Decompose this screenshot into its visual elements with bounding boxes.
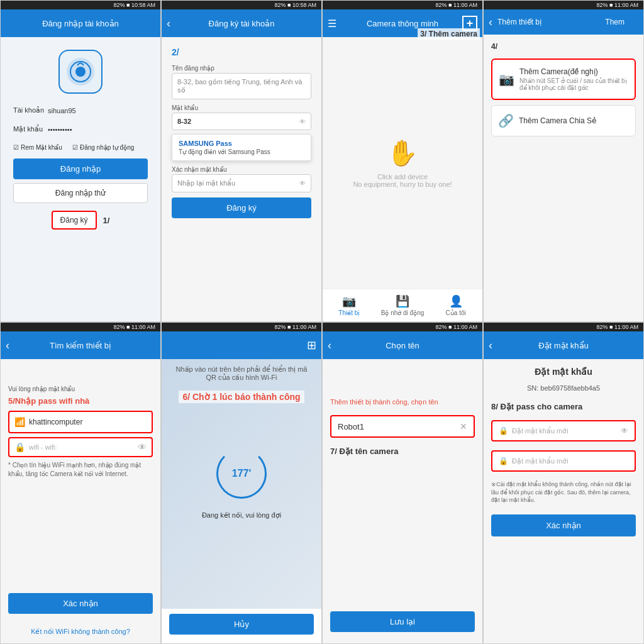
username-input[interactable]: 8-32, bao gồm tiếng Trung, tiếng Anh và … — [172, 73, 311, 99]
register-button[interactable]: Đăng ký — [52, 211, 97, 230]
nav-label-device: Thiết bị — [338, 309, 360, 316]
qr-icon-6[interactable]: ⊞ — [307, 338, 316, 352]
empty-state: ✋ Click add device No equipment, hurry t… — [353, 138, 452, 188]
register-submit-button[interactable]: Đăng ký — [172, 197, 311, 218]
try-login-button[interactable]: Đăng nhập thử — [13, 183, 148, 203]
login-button[interactable]: Đăng nhập — [13, 158, 148, 179]
vitacam-logo — [58, 50, 103, 94]
confirm-label: Xác nhận mật khẩu — [172, 166, 311, 173]
device-nav-icon: 📷 — [342, 294, 356, 308]
step-2-label: 2/ — [172, 47, 311, 57]
screen-4-title-right: Them — [605, 18, 625, 26]
status-bar-6: 82% ■ 11:00 AM — [162, 323, 321, 331]
auto-login-checkbox[interactable]: ☑ Đăng nhập tự động — [72, 144, 134, 151]
status-text-2: 82% ■ 10:58 AM — [275, 2, 316, 8]
confirm-password-input[interactable]: 🔒 Đặt mật khẩu mới — [491, 450, 636, 472]
device-name-input[interactable]: Robot1 ✕ — [330, 415, 475, 438]
save-name-button[interactable]: Lưu lại — [330, 611, 475, 632]
storage-nav-icon: 💾 — [396, 294, 409, 308]
sn-row: SN: beb69758faebb4a5 — [491, 384, 636, 392]
new-password-input[interactable]: 🔒 Đặt mật khẩu mới 👁 — [491, 420, 636, 441]
nav-item-storage[interactable]: 💾 Bộ nhớ di động — [376, 289, 430, 321]
lock-icon-5: 🔒 — [14, 442, 25, 452]
add-camera-option[interactable]: 📷 Thêm Camera(đề nghị) Nhấn nút SET ở cu… — [491, 58, 636, 100]
share-camera-icon: 🔗 — [498, 113, 514, 128]
wifi-network-item[interactable]: 📶 khattincomputer — [8, 411, 153, 433]
eye-icon-confirm: 👁 — [299, 180, 306, 187]
confirm-input[interactable]: Nhập lại mật khẩu 👁 — [172, 174, 311, 192]
share-camera-option[interactable]: 🔗 Thêm Camera Chia Sẻ — [491, 105, 636, 136]
screen-6-content: Nhấp vào nút trên bên phải để hiển thị m… — [162, 359, 321, 609]
status-bar-7: 82% ■ 11:00 AM — [323, 323, 482, 331]
confirm-pass-placeholder: Đặt mật khẩu mới — [512, 457, 628, 465]
wifi-pass-placeholder: wifi - wifi: — [29, 443, 138, 451]
status-bar-4: 82% ■ 11:00 AM — [484, 1, 643, 9]
empty-sub: No equipment, hurry to buy one! — [353, 180, 452, 188]
nav-label-profile: Của tôi — [446, 309, 466, 316]
remember-checkbox[interactable]: ☑ Rem Mật khẩu — [13, 144, 62, 151]
cancel-section: Hủy — [162, 609, 321, 643]
eye-icon-5: 👁 — [138, 442, 147, 452]
wifi-prompt-section: Vui lòng nhập mật khẩu 5/Nhập pass wifi … — [8, 386, 153, 479]
screen-4-title: Thêm thiết bị — [497, 18, 541, 26]
step-3-label: 3/ Thêm camera — [418, 28, 480, 40]
nav-item-device[interactable]: 📷 Thiết bị — [323, 289, 376, 321]
top-bar-1: Đăng nhập tài khoản — [1, 9, 160, 37]
samsung-pass-popup: SAMSUNG Pass Tự động điền với Samsung Pa… — [172, 134, 311, 161]
top-bar-4: ‹ Thêm thiết bị Them — [484, 9, 643, 35]
nav-label-storage: Bộ nhớ di động — [381, 309, 425, 316]
step-6-label: 6/ Chờ 1 lúc báo thành công — [179, 391, 304, 403]
password-label: Mật khẩu — [13, 125, 48, 133]
top-bar-2: ‹ Đăng ký tài khoản — [162, 9, 321, 37]
checkbox-icon-2: ☑ — [72, 144, 78, 151]
wifi-prompt: Vui lòng nhập mật khẩu — [8, 386, 153, 392]
hand-icon: ✋ — [387, 138, 418, 168]
status-text-1: 82% ■ 10:58 AM — [114, 2, 155, 8]
screen-1-title: Đăng nhập tài khoản — [42, 19, 119, 28]
back-arrow-5[interactable]: ‹ — [6, 339, 9, 352]
svg-point-2 — [75, 67, 86, 77]
status-text-5: 82% ■ 11:00 AM — [114, 324, 155, 330]
wifi-network-name: khattincomputer — [29, 418, 147, 426]
screen-3-content: ✋ Click add device No equipment, hurry t… — [323, 37, 482, 289]
screen-7-title: Chọn tên — [386, 341, 419, 350]
screen-2-register: 82% ■ 10:58 AM ‹ Đăng ký tài khoản 2/ Tê… — [161, 0, 322, 322]
wifi-password-field[interactable]: 🔒 wifi - wifi: 👁 — [8, 437, 153, 457]
back-arrow-2[interactable]: ‹ — [167, 17, 170, 30]
confirm-password-button[interactable]: Xác nhận — [491, 514, 636, 536]
screen-5-wifi: 82% ■ 11:00 AM ‹ Tìm kiếm thiết bị Vui l… — [0, 322, 161, 644]
eye-icon-8a: 👁 — [621, 426, 628, 435]
camera-option-title: Thêm Camera(đề nghị) — [519, 67, 628, 76]
status-bar-5: 82% ■ 11:00 AM — [1, 323, 160, 331]
wifi-hint: * Chọn tín hiệu WiFi mạnh hơn, nhập đúng… — [8, 461, 153, 479]
pass-value: 8-32 — [177, 118, 299, 125]
screen-3-camera: 82% ■ 11:00 AM ☰ Camera thông minh + 3/ … — [322, 0, 483, 322]
register-password-label: Mật khẩu — [172, 104, 311, 111]
back-arrow-4[interactable]: ‹ — [489, 16, 492, 29]
screen-2-content: 2/ Tên đăng nhập 8-32, bao gồm tiếng Tru… — [162, 37, 321, 321]
confirm-password-field: Xác nhận mật khẩu Nhập lại mật khẩu 👁 — [172, 166, 311, 192]
menu-icon-3[interactable]: ☰ — [328, 18, 336, 30]
wifi-fail-link[interactable]: Kết nối WiFi không thành công? — [8, 628, 153, 636]
top-bar-6: ⊞ — [162, 331, 321, 359]
screen-2-title: Đăng ký tài khoản — [209, 19, 275, 28]
status-text-4: 82% ■ 11:00 AM — [597, 2, 638, 8]
screen-7-content: Thêm thiết bị thành công, chọn tên Robot… — [323, 359, 482, 643]
nav-item-profile[interactable]: 👤 Của tôi — [429, 289, 482, 321]
confirm-wifi-button[interactable]: Xác nhận — [8, 593, 153, 614]
screen-3-title: Camera thông minh — [367, 19, 438, 28]
eye-icon-pass: 👁 — [299, 118, 306, 125]
connecting-text: Đang kết nối, vui lòng đợi — [202, 511, 281, 519]
register-password-field: Mật khẩu 8-32 👁 SAMSUNG Pass Tự động điề… — [172, 104, 311, 161]
cancel-button[interactable]: Hủy — [169, 614, 314, 635]
status-bar-2: 82% ■ 10:58 AM — [162, 1, 321, 9]
back-arrow-8[interactable]: ‹ — [489, 339, 492, 352]
register-password-input[interactable]: 8-32 👁 — [172, 113, 311, 130]
step-1-label: 1/ — [103, 216, 110, 225]
back-arrow-7[interactable]: ‹ — [328, 339, 331, 352]
share-camera-title: Thêm Camera Chia Sẻ — [519, 116, 596, 125]
status-text-8: 82% ■ 11:00 AM — [597, 324, 638, 330]
profile-nav-icon: 👤 — [449, 294, 463, 308]
top-bar-7: ‹ Chọn tên — [323, 331, 482, 359]
clear-name-icon[interactable]: ✕ — [460, 421, 467, 431]
